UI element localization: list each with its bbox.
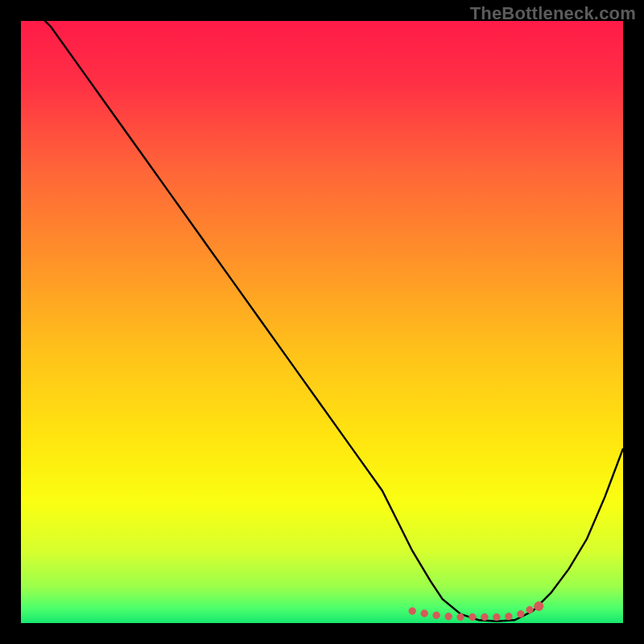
marker-dot [457,613,464,620]
marker-dot [469,613,476,620]
marker-dot [493,613,500,620]
watermark-text: TheBottleneck.com [470,3,636,24]
bottleneck-chart-svg [21,21,623,623]
marker-dot [409,608,415,614]
marker-dot [526,606,533,613]
marker-dot [518,611,524,617]
marker-dot [421,610,427,617]
marker-dot [535,602,543,611]
marker-dot [506,613,512,620]
chart-frame: TheBottleneck.com [0,0,644,644]
marker-dot [481,613,488,620]
plot-area [21,21,623,623]
marker-dot [445,613,452,620]
marker-dot [433,612,440,618]
